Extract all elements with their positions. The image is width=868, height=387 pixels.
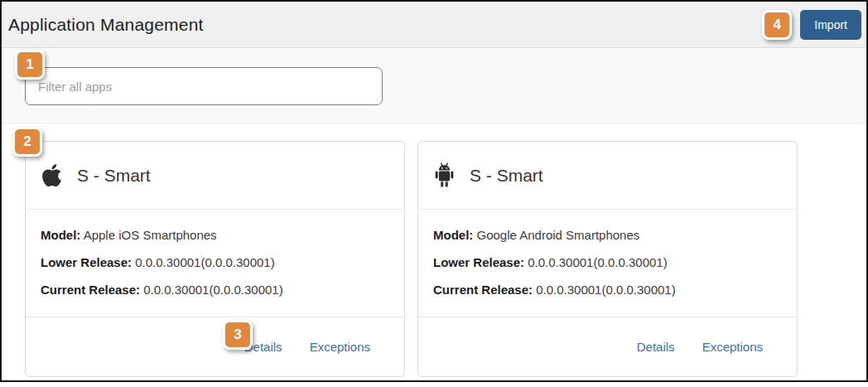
lower-release-field: Lower Release: 0.0.0.30001(0.0.0.30001): [41, 254, 389, 271]
callout-badge-4: 4: [762, 10, 792, 40]
details-link[interactable]: Details: [637, 340, 675, 354]
current-release-field: Current Release: 0.0.0.30001(0.0.0.30001…: [41, 282, 389, 298]
topbar-actions: 4 Import: [762, 10, 861, 40]
android-icon: [433, 162, 456, 188]
card-body: Model: Google Android Smartphones Lower …: [418, 210, 797, 317]
card-header: S - Smart: [418, 142, 797, 210]
callout-badge-3: 3: [223, 320, 253, 350]
import-button[interactable]: Import: [800, 10, 861, 40]
card-footer: Details Exceptions: [26, 317, 404, 376]
lower-release-value: 0.0.0.30001(0.0.0.30001): [135, 255, 274, 269]
lower-release-value: 0.0.0.30001(0.0.0.30001): [528, 255, 667, 269]
card-footer: Details Exceptions: [418, 317, 797, 376]
app-card-ios: S - Smart Model: Apple iOS Smartphones L…: [25, 141, 405, 377]
exceptions-link[interactable]: Exceptions: [310, 340, 370, 354]
lower-release-label: Lower Release:: [433, 255, 524, 269]
current-release-value: 0.0.0.30001(0.0.0.30001): [536, 283, 675, 297]
model-field: Model: Google Android Smartphones: [433, 227, 782, 244]
model-value: Apple iOS Smartphones: [84, 228, 217, 242]
filter-apps-input[interactable]: [25, 67, 383, 105]
callout-badge-1: 1: [15, 50, 45, 80]
card-header: S - Smart: [26, 142, 404, 210]
app-cards-row: S - Smart Model: Apple iOS Smartphones L…: [2, 123, 866, 377]
current-release-field: Current Release: 0.0.0.30001(0.0.0.30001…: [433, 282, 782, 298]
application-management-page: Application Management 4 Import S - Smar…: [0, 0, 868, 387]
callout-badge-2: 2: [12, 127, 42, 157]
current-release-label: Current Release:: [41, 283, 140, 297]
card-title: S - Smart: [77, 166, 151, 186]
model-value: Google Android Smartphones: [477, 228, 640, 242]
top-bar: Application Management 4 Import: [2, 2, 866, 48]
card-body: Model: Apple iOS Smartphones Lower Relea…: [26, 210, 404, 317]
app-card-android: S - Smart Model: Google Android Smartpho…: [417, 141, 798, 377]
page-title: Application Management: [8, 15, 204, 35]
card-title: S - Smart: [470, 166, 543, 186]
screenshot-frame: Application Management 4 Import S - Smar…: [0, 0, 868, 382]
current-release-value: 0.0.0.30001(0.0.0.30001): [143, 283, 282, 297]
lower-release-field: Lower Release: 0.0.0.30001(0.0.0.30001): [433, 254, 782, 271]
exceptions-link[interactable]: Exceptions: [702, 340, 763, 354]
apple-icon: [41, 162, 63, 188]
model-label: Model:: [41, 228, 80, 242]
current-release-label: Current Release:: [433, 283, 533, 297]
model-label: Model:: [433, 228, 473, 242]
model-field: Model: Apple iOS Smartphones: [41, 227, 389, 244]
lower-release-label: Lower Release:: [41, 255, 132, 269]
filter-section: [2, 48, 866, 123]
